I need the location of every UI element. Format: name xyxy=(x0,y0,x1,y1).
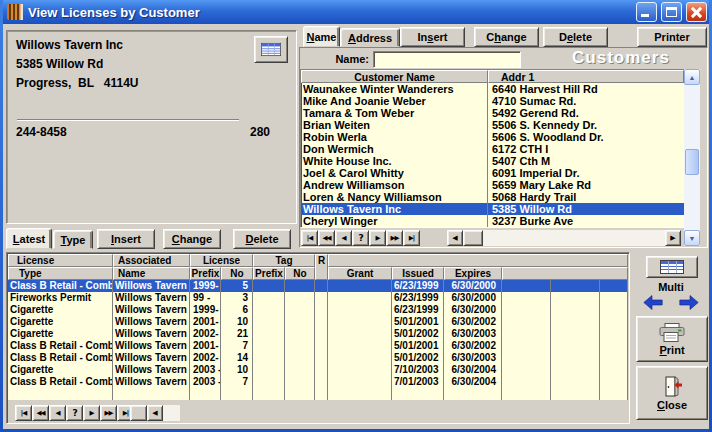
minimize-button[interactable] xyxy=(636,2,657,22)
tab-name[interactable]: Name xyxy=(303,26,340,47)
close-window-button[interactable] xyxy=(686,2,707,22)
license-row[interactable]: Class B Retail - ComboWillows Tavern In2… xyxy=(8,352,628,364)
customer-row[interactable]: White House Inc.5407 Cth M xyxy=(301,155,684,167)
license-rows: Class B Retail - ComboWillows Tavern In1… xyxy=(8,280,628,400)
customer-change-label: Change xyxy=(486,31,526,43)
print-button[interactable]: Print xyxy=(636,316,708,362)
nav-next-button[interactable]: ▶ xyxy=(369,230,386,246)
printer-icon xyxy=(659,323,685,343)
header-tag-no[interactable]: No xyxy=(285,267,315,280)
nav-next-page-button[interactable]: ▶▶ xyxy=(386,230,403,246)
customer-delete-button[interactable]: Delete xyxy=(543,27,608,47)
license-table: License Associated License Tag R Type Na… xyxy=(6,252,630,424)
customer-row[interactable]: Andrew Williamson5659 Mary Lake Rd xyxy=(301,179,684,191)
close-label: Close xyxy=(657,399,687,411)
customer-list-frame: Customer Name Addr 1 Waunakee Winter Wan… xyxy=(300,69,685,228)
multi-label: Multi xyxy=(634,281,708,293)
customer-hscroll-right-button[interactable]: ▶ xyxy=(665,230,681,246)
header-tag-group[interactable]: Tag xyxy=(253,254,315,267)
column-header-addr1[interactable]: Addr 1 xyxy=(488,70,684,83)
license-delete-button[interactable]: Delete xyxy=(233,229,291,249)
close-button[interactable]: Close xyxy=(636,366,708,420)
header-tag-prefix[interactable]: Prefix xyxy=(253,267,285,280)
customer-hscroll-thumb[interactable] xyxy=(463,230,483,246)
name-search-input[interactable] xyxy=(373,51,521,68)
license-insert-button[interactable]: Insert xyxy=(97,229,155,249)
column-header-customer-name[interactable]: Customer Name xyxy=(301,70,488,83)
header-expires[interactable]: Expires xyxy=(444,267,502,280)
scroll-up-button[interactable]: ▲ xyxy=(684,69,700,85)
header-grant[interactable]: Grant xyxy=(328,267,392,280)
tab-latest[interactable]: Latest xyxy=(6,228,52,249)
header-license-prefix[interactable]: Prefix xyxy=(190,267,221,280)
nav-first-button[interactable]: |◀ xyxy=(301,230,318,246)
customer-row[interactable]: Cheryl Winger3237 Burke Ave xyxy=(301,215,684,227)
customer-row[interactable]: Mike And Joanie Weber4710 Sumac Rd. xyxy=(301,95,684,107)
app-window: View Licenses by Customer Willows Tavern… xyxy=(0,0,712,432)
header-r[interactable]: R xyxy=(315,254,328,280)
customer-change-button[interactable]: Change xyxy=(474,27,539,47)
nav-next-page-button[interactable]: ▶▶ xyxy=(100,405,117,421)
customer-list-scrollbar[interactable]: ▲ ▼ xyxy=(684,69,700,246)
license-nav-bar: |◀◀◀◀?▶▶▶▶| xyxy=(15,405,134,421)
nav-find-button[interactable]: ? xyxy=(352,230,369,246)
license-row[interactable]: Class B Retail - ComboWillows Tavern In2… xyxy=(8,376,628,388)
name-field-label: Name: xyxy=(321,53,369,65)
header-license-group[interactable]: License xyxy=(190,254,253,267)
header-license[interactable]: License xyxy=(8,254,113,267)
license-hscroll-left-button[interactable]: ◀ xyxy=(147,405,163,421)
printer-button[interactable]: Printer xyxy=(637,27,707,47)
customer-row[interactable]: Don Wermich6172 CTH I xyxy=(301,143,684,155)
license-row[interactable]: Fireworks PermitWillows Tavern In99 -36/… xyxy=(8,292,628,304)
header-issued[interactable]: Issued xyxy=(392,267,444,280)
nav-first-button[interactable]: |◀ xyxy=(15,405,32,421)
customer-name: Willows Tavern Inc xyxy=(16,38,123,52)
maximize-icon xyxy=(666,7,677,17)
license-hscroll-thumb[interactable] xyxy=(130,405,147,421)
license-row[interactable]: CigaretteWillows Tavern In1999-66/23/199… xyxy=(8,304,628,316)
customer-count: 280 xyxy=(250,125,270,139)
customer-row[interactable]: Brian Weiten5506 S. Kennedy Dr. xyxy=(301,119,684,131)
header-type[interactable]: Type xyxy=(8,267,113,280)
license-change-button[interactable]: Change xyxy=(163,229,221,249)
nav-prev-button[interactable]: ◀ xyxy=(49,405,66,421)
license-row[interactable]: CigaretteWillows Tavern In2001-105/01/20… xyxy=(8,316,628,328)
customer-row[interactable]: Tamara & Tom Weber5492 Gerend Rd. xyxy=(301,107,684,119)
customer-row[interactable]: Loren & Nancy Williamson5068 Hardy Trail xyxy=(301,191,684,203)
exit-door-icon xyxy=(661,376,683,398)
nav-next-button[interactable]: ▶ xyxy=(83,405,100,421)
customer-row[interactable]: Robin Werla5606 S. Woodland Dr. xyxy=(301,131,684,143)
customer-insert-button[interactable]: Insert xyxy=(400,27,465,47)
tab-address[interactable]: Address xyxy=(340,28,400,47)
license-row[interactable]: CigaretteWillows Tavern In2003 -107/10/2… xyxy=(8,364,628,376)
nav-find-button[interactable]: ? xyxy=(66,405,83,421)
window-body: Willows Tavern Inc 5385 Willow Rd Progre… xyxy=(3,24,709,429)
customer-detail-button[interactable] xyxy=(254,36,288,63)
page-left-button[interactable] xyxy=(643,295,663,310)
customer-hscroll-left-button[interactable]: ◀ xyxy=(447,230,463,246)
license-row[interactable]: Class B Retail - ComboWillows Tavern In1… xyxy=(8,280,628,292)
scroll-down-button[interactable]: ▼ xyxy=(684,230,700,246)
customer-row[interactable]: Waunakee Winter Wanderers6640 Harvest Hi… xyxy=(301,83,684,95)
divider xyxy=(17,119,239,121)
license-row[interactable]: Class B Retail - ComboWillows Tavern In2… xyxy=(8,340,628,352)
header-spacer xyxy=(328,254,628,267)
maximize-button[interactable] xyxy=(661,2,682,22)
customer-row[interactable]: Joel & Carol Whitty6091 Imperial Dr. xyxy=(301,167,684,179)
nav-last-button[interactable]: ▶| xyxy=(403,230,420,246)
multi-view-button[interactable] xyxy=(646,256,698,278)
nav-prev-button[interactable]: ◀ xyxy=(335,230,352,246)
scrollbar-thumb[interactable] xyxy=(685,149,699,175)
header-associated[interactable]: Associated xyxy=(113,254,190,267)
page-right-button[interactable] xyxy=(679,295,699,310)
header-license-no[interactable]: No xyxy=(221,267,253,280)
license-row[interactable]: CigaretteWillows Tavern In2002-215/01/20… xyxy=(8,328,628,340)
header-name[interactable]: Name xyxy=(113,267,190,280)
nav-prev-page-button[interactable]: ◀◀ xyxy=(32,405,49,421)
nav-prev-page-button[interactable]: ◀◀ xyxy=(318,230,335,246)
license-hscroll-track[interactable] xyxy=(163,405,180,421)
scroll-down-icon: ▼ xyxy=(689,235,696,242)
tab-type[interactable]: Type xyxy=(53,230,93,249)
app-icon xyxy=(6,3,24,21)
customer-row[interactable]: Willows Tavern Inc5385 Willow Rd xyxy=(301,203,684,215)
